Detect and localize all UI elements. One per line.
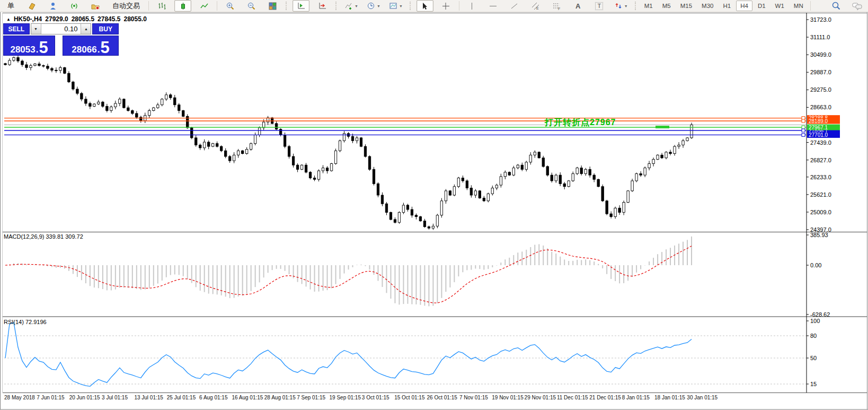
svg-text:15 Oct 01:15: 15 Oct 01:15 [394,395,425,400]
svg-text:16 Aug 01:15: 16 Aug 01:15 [232,395,263,400]
channel-button[interactable]: E [527,0,544,12]
timeframe-w1[interactable]: W1 [771,1,789,11]
toolbar-separator [459,1,459,11]
line-handle[interactable] [802,129,805,132]
volume-increase-button[interactable]: ▲ [81,24,91,34]
svg-text:0.00: 0.00 [810,262,821,268]
chart-canvas[interactable]: 31723.031111.030499.029887.029275.028663… [0,0,868,410]
svg-text:29887.0: 29887.0 [810,69,831,75]
search-button[interactable] [828,0,845,12]
timeframe-m5[interactable]: M5 [658,1,675,11]
timeframe-d1[interactable]: D1 [754,1,770,11]
tile-windows-icon [268,2,277,11]
clock-icon [367,2,376,11]
new-order-button[interactable]: 单 [2,0,19,12]
svg-text:E: E [536,6,539,10]
fibonacci-button[interactable]: F [548,0,565,12]
sell-price-main: 28053 [10,45,35,54]
buy-price[interactable]: 28066.5 [63,36,119,56]
timeframe-m1[interactable]: M1 [640,1,657,11]
svg-text:26827.0: 26827.0 [810,157,831,163]
zoom-out-button[interactable] [243,0,260,12]
svg-text:385.93: 385.93 [810,232,828,238]
chart-shift-button[interactable] [314,0,331,12]
horizontal-line-icon [489,2,498,11]
line-chart-button[interactable] [196,0,212,12]
toolbar-separator [810,1,811,11]
sell-price[interactable]: 28053.5 [3,36,55,56]
svg-text:21 Dec 01:15: 21 Dec 01:15 [589,395,621,400]
timeframe-m15[interactable]: M15 [676,1,696,11]
horizontal-lines-layer[interactable] [4,117,806,137]
volume-decrease-button[interactable]: ▼ [31,24,41,34]
svg-text:18 Jan 01:15: 18 Jan 01:15 [654,395,685,400]
sell-price-dot: . [36,45,39,54]
svg-text:80: 80 [810,333,817,339]
text-button[interactable]: A [570,0,587,12]
signals-button[interactable] [66,0,83,12]
horizontal-line-button[interactable] [485,0,502,12]
account-button[interactable] [45,0,61,12]
periods-button[interactable]: ▼ [365,0,383,12]
trendline-button[interactable] [506,0,523,12]
svg-text:7 Sep 01:15: 7 Sep 01:15 [297,395,325,400]
sell-button[interactable]: SELL [3,23,30,34]
price-badges: 28288.828189.027856.127967.127701.0 [807,115,840,138]
arrows-icon [614,2,623,11]
svg-text:31723.0: 31723.0 [810,16,831,23]
buy-button[interactable]: BUY [92,23,119,34]
svg-text:3 Oct 01:15: 3 Oct 01:15 [362,395,389,400]
one-click-trading-panel: SELL ▼ 0.10 ▲ BUY 28053.5 28066.5 [3,23,119,56]
macd-signal-line [5,246,692,303]
timeframe-h1[interactable]: H1 [719,1,735,11]
chart-header: ▲ HK50-,H4 27929.0 28065.5 27845.5 28055… [6,15,147,23]
collapse-icon[interactable]: ▲ [6,17,11,22]
new-order-label: 单 [7,1,14,11]
line-handle[interactable] [802,126,805,129]
zoom-in-icon [226,2,235,11]
line-handle[interactable] [802,119,805,123]
buy-price-main: 28066 [72,45,96,54]
autotrade-button[interactable]: 自动交易 [108,0,144,12]
time-axis[interactable]: 28 May 20187 Jun 01:1520 Jun 01:153 Jul … [4,395,718,400]
zoom-in-button[interactable] [222,0,238,12]
arrows-button[interactable]: ▼ [612,0,630,12]
cursor-button[interactable] [417,0,433,12]
vertical-line-button[interactable] [464,0,481,12]
timeframe-h4[interactable]: H4 [736,1,752,11]
add-indicator-icon [344,2,353,11]
search-icon [831,1,841,11]
text-label-button[interactable]: T [591,0,608,12]
bar-chart-button[interactable] [153,0,170,12]
indicators-button[interactable]: ▼ [342,0,360,12]
highlighted-line-segment[interactable] [656,126,669,128]
timeframe-m30[interactable]: M30 [697,1,718,11]
chart-annotation-text[interactable]: 打开转折点27967 [545,117,616,128]
dropdown-caret-icon: ▼ [399,4,403,8]
candlestick-chart-button[interactable] [174,0,191,12]
line-handle[interactable] [802,133,805,136]
candlestick-icon [179,2,188,11]
ohlc-low: 27845.5 [98,15,120,23]
arrow-down-icon: ▼ [34,27,38,31]
text-a-icon: A [575,2,580,10]
svg-text:25621.0: 25621.0 [810,191,831,198]
timeframe-mn[interactable]: MN [790,1,808,11]
svg-text:29275.0: 29275.0 [810,86,831,93]
trendline-icon [510,2,519,11]
tile-windows-button[interactable] [264,0,281,12]
journal-icon[interactable] [23,0,40,12]
volume-input[interactable]: 0.10 [41,24,81,34]
autoscroll-button[interactable] [293,0,309,12]
svg-text:28189.0: 28189.0 [809,118,828,124]
svg-text:28 May 2018: 28 May 2018 [4,395,35,400]
equidistant-channel-icon: E [531,2,540,11]
zoom-out-icon [247,2,256,11]
svg-text:6 Aug 01:15: 6 Aug 01:15 [199,395,228,400]
market-button[interactable] [87,0,104,12]
templates-button[interactable]: ▼ [387,0,405,12]
crosshair-button[interactable] [438,0,455,12]
sell-price-frac: 5 [39,41,48,54]
chat-button[interactable] [849,0,866,12]
buy-price-dot: . [98,45,100,54]
